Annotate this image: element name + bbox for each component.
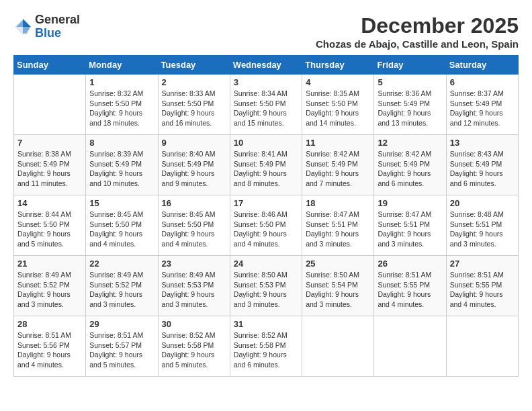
logo-general: General [35,13,80,26]
month-year-title: December 2025 [316,13,519,38]
day-info: Sunrise: 8:51 AMSunset: 5:55 PMDaylight:… [378,270,442,310]
calendar-cell: 11Sunrise: 8:42 AMSunset: 5:49 PMDayligh… [302,135,374,195]
calendar-cell: 25Sunrise: 8:50 AMSunset: 5:54 PMDayligh… [302,256,374,316]
calendar-cell: 16Sunrise: 8:45 AMSunset: 5:50 PMDayligh… [158,195,230,256]
calendar-cell: 3Sunrise: 8:34 AMSunset: 5:50 PMDaylight… [230,75,302,135]
weekday-header-thursday: Thursday [302,56,374,75]
day-info: Sunrise: 8:47 AMSunset: 5:51 PMDaylight:… [378,210,442,249]
day-info: Sunrise: 8:37 AMSunset: 5:49 PMDaylight:… [450,89,515,128]
calendar-cell: 2Sunrise: 8:33 AMSunset: 5:50 PMDaylight… [158,75,230,135]
day-number: 25 [306,259,370,269]
title-block: December 2025 Chozas de Abajo, Castille … [316,13,519,50]
calendar-cell: 6Sunrise: 8:37 AMSunset: 5:49 PMDaylight… [446,75,518,135]
day-info: Sunrise: 8:35 AMSunset: 5:50 PMDaylight:… [306,89,370,128]
day-info: Sunrise: 8:45 AMSunset: 5:50 PMDaylight:… [89,210,154,249]
day-info: Sunrise: 8:44 AMSunset: 5:50 PMDaylight:… [17,210,82,249]
calendar-cell: 22Sunrise: 8:49 AMSunset: 5:52 PMDayligh… [86,256,158,316]
day-number: 18 [306,198,370,208]
calendar-cell: 20Sunrise: 8:48 AMSunset: 5:51 PMDayligh… [446,195,518,256]
day-number: 1 [89,77,154,87]
calendar-table: SundayMondayTuesdayWednesdayThursdayFrid… [13,55,519,377]
day-number: 29 [89,319,154,329]
logo-icon [13,17,32,36]
week-row-1: 1Sunrise: 8:32 AMSunset: 5:50 PMDaylight… [14,75,519,135]
logo: General Blue [13,13,80,40]
day-number: 10 [234,138,298,148]
calendar-cell: 29Sunrise: 8:51 AMSunset: 5:57 PMDayligh… [86,316,158,377]
week-row-4: 21Sunrise: 8:49 AMSunset: 5:52 PMDayligh… [14,256,519,316]
day-info: Sunrise: 8:50 AMSunset: 5:54 PMDaylight:… [306,270,370,310]
day-info: Sunrise: 8:52 AMSunset: 5:58 PMDaylight:… [162,330,226,370]
day-number: 19 [378,198,442,208]
day-number: 3 [234,77,298,87]
calendar-cell [374,316,446,377]
calendar-cell: 14Sunrise: 8:44 AMSunset: 5:50 PMDayligh… [14,195,86,256]
day-number: 13 [450,138,515,148]
day-number: 5 [378,77,442,87]
day-info: Sunrise: 8:49 AMSunset: 5:52 PMDaylight:… [89,270,154,310]
day-number: 21 [17,259,82,269]
calendar-cell [302,316,374,377]
day-info: Sunrise: 8:50 AMSunset: 5:53 PMDaylight:… [234,270,298,310]
day-info: Sunrise: 8:48 AMSunset: 5:51 PMDaylight:… [450,210,515,249]
day-info: Sunrise: 8:42 AMSunset: 5:49 PMDaylight:… [306,149,370,189]
day-info: Sunrise: 8:46 AMSunset: 5:50 PMDaylight:… [234,210,298,249]
day-number: 12 [378,138,442,148]
day-number: 14 [17,198,82,208]
weekday-header-tuesday: Tuesday [158,56,230,75]
calendar-cell: 4Sunrise: 8:35 AMSunset: 5:50 PMDaylight… [302,75,374,135]
calendar-cell: 19Sunrise: 8:47 AMSunset: 5:51 PMDayligh… [374,195,446,256]
day-number: 23 [162,259,226,269]
calendar-cell: 17Sunrise: 8:46 AMSunset: 5:50 PMDayligh… [230,195,302,256]
day-number: 15 [89,198,154,208]
week-row-2: 7Sunrise: 8:38 AMSunset: 5:49 PMDaylight… [14,135,519,195]
page-header: General Blue December 2025 Chozas de Aba… [13,13,519,50]
day-info: Sunrise: 8:43 AMSunset: 5:49 PMDaylight:… [450,149,515,189]
calendar-cell: 5Sunrise: 8:36 AMSunset: 5:49 PMDaylight… [374,75,446,135]
day-number: 7 [17,138,82,148]
day-number: 28 [17,319,82,329]
day-info: Sunrise: 8:34 AMSunset: 5:50 PMDaylight:… [234,89,298,128]
day-info: Sunrise: 8:39 AMSunset: 5:49 PMDaylight:… [89,149,154,189]
day-number: 17 [234,198,298,208]
calendar-cell: 23Sunrise: 8:49 AMSunset: 5:53 PMDayligh… [158,256,230,316]
day-number: 26 [378,259,442,269]
day-info: Sunrise: 8:51 AMSunset: 5:55 PMDaylight:… [450,270,515,310]
day-number: 31 [234,319,298,329]
calendar-cell: 8Sunrise: 8:39 AMSunset: 5:49 PMDaylight… [86,135,158,195]
calendar-cell: 10Sunrise: 8:41 AMSunset: 5:49 PMDayligh… [230,135,302,195]
day-info: Sunrise: 8:45 AMSunset: 5:50 PMDaylight:… [162,210,226,249]
weekday-header-friday: Friday [374,56,446,75]
weekday-header-monday: Monday [86,56,158,75]
day-number: 20 [450,198,515,208]
calendar-cell [14,75,86,135]
logo-text: General Blue [35,13,80,40]
day-number: 2 [162,77,226,87]
day-info: Sunrise: 8:40 AMSunset: 5:49 PMDaylight:… [162,149,226,189]
logo-blue: Blue [35,26,61,40]
calendar-cell: 12Sunrise: 8:42 AMSunset: 5:49 PMDayligh… [374,135,446,195]
calendar-cell: 30Sunrise: 8:52 AMSunset: 5:58 PMDayligh… [158,316,230,377]
calendar-cell: 28Sunrise: 8:51 AMSunset: 5:56 PMDayligh… [14,316,86,377]
day-info: Sunrise: 8:36 AMSunset: 5:49 PMDaylight:… [378,89,442,128]
day-number: 22 [89,259,154,269]
day-number: 11 [306,138,370,148]
day-info: Sunrise: 8:41 AMSunset: 5:49 PMDaylight:… [234,149,298,189]
day-info: Sunrise: 8:51 AMSunset: 5:57 PMDaylight:… [89,330,154,370]
week-row-5: 28Sunrise: 8:51 AMSunset: 5:56 PMDayligh… [14,316,519,377]
day-number: 24 [234,259,298,269]
weekday-header-saturday: Saturday [446,56,518,75]
day-info: Sunrise: 8:49 AMSunset: 5:53 PMDaylight:… [162,270,226,310]
calendar-cell: 26Sunrise: 8:51 AMSunset: 5:55 PMDayligh… [374,256,446,316]
day-number: 6 [450,77,515,87]
calendar-cell: 1Sunrise: 8:32 AMSunset: 5:50 PMDaylight… [86,75,158,135]
day-number: 4 [306,77,370,87]
day-info: Sunrise: 8:47 AMSunset: 5:51 PMDaylight:… [306,210,370,249]
day-info: Sunrise: 8:52 AMSunset: 5:58 PMDaylight:… [234,330,298,370]
weekday-header-wednesday: Wednesday [230,56,302,75]
location-title: Chozas de Abajo, Castille and Leon, Spai… [316,38,519,50]
calendar-cell: 21Sunrise: 8:49 AMSunset: 5:52 PMDayligh… [14,256,86,316]
day-number: 9 [162,138,226,148]
calendar-cell: 18Sunrise: 8:47 AMSunset: 5:51 PMDayligh… [302,195,374,256]
week-row-3: 14Sunrise: 8:44 AMSunset: 5:50 PMDayligh… [14,195,519,256]
